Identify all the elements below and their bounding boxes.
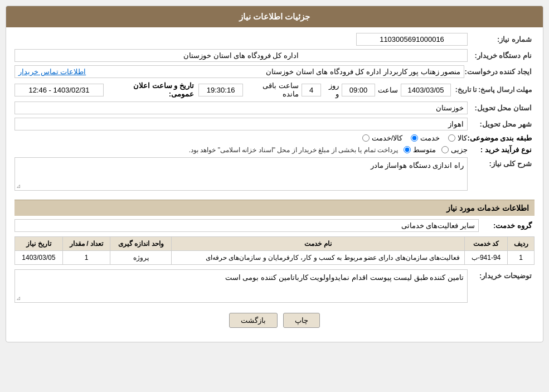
group-label: گروه خدمت: [479, 221, 535, 230]
novea-motevaset-label: متوسط [413, 146, 436, 154]
tabaqe-kala-radio[interactable] [448, 134, 455, 142]
tabaqe-label: طبقه بندی موضوعی: [467, 134, 535, 142]
contact-info-link[interactable]: اطلاعات تماس خریدار [18, 67, 86, 76]
novea-motevaset: متوسط [404, 146, 436, 154]
announce-label: تاریخ و ساعت اعلان عمومی: [108, 81, 194, 98]
mohlat-remaining-label: ساعت باقی مانده [246, 81, 299, 98]
tabaqe-khedmat-radio[interactable] [411, 134, 418, 142]
back-button[interactable]: بازگشت [229, 313, 278, 328]
tabaqe-options: کالا خدمت کالا/خدمت [362, 134, 468, 142]
shahr-label: شهر محل تحویل: [468, 120, 535, 128]
group-row: گروه خدمت: سایر فعالیت‌های خدماتی [14, 219, 535, 232]
sharh-box: راه اندازی دستگاه هواساز مادر ⊿ [14, 157, 468, 191]
ostan-row: استان محل تحویل: خوزستان [14, 101, 535, 114]
table-header-row: ردیف کد خدمت نام خدمت واحد اندازه گیری ت… [15, 237, 535, 251]
cell-date: 1403/03/05 [15, 251, 63, 265]
mohlat-date-value: 1403/03/05 [401, 84, 451, 96]
cell-unit: پروژه [110, 251, 172, 265]
tabaqe-kala: کالا [448, 134, 467, 142]
cell-code: 941-94-ب [465, 251, 508, 265]
ostan-value: خوزستان [14, 101, 468, 114]
mohlat-remaining-value: 19:30:16 [198, 84, 243, 96]
novea-motevaset-radio[interactable] [404, 146, 411, 153]
shomara-label: شماره نیاز: [468, 35, 535, 43]
content-area: شماره نیاز: 1103005691000016 نام دستگاه … [6, 27, 543, 342]
sharh-resize-icon: ⊿ [16, 183, 21, 189]
mohlat-announce-row: مهلت ارسال پاسخ: تا تاریخ: 1403/03/05 سا… [14, 81, 535, 98]
ijad-row: ایجاد کننده درخواست: منصور زهتاب پور کار… [14, 65, 535, 78]
sharh-section-header: شرح کلی نیاز: راه اندازی دستگاه هواساز م… [14, 157, 535, 195]
services-table: ردیف کد خدمت نام خدمت واحد اندازه گیری ت… [14, 236, 535, 265]
novea-label: نوع فرآیند خرید : [468, 146, 535, 154]
page-wrapper: جزئیات اطلاعات نیاز شماره نیاز: 11030056… [0, 0, 549, 392]
buyer-notes-box: تامین کننده طبق لیست پیوست اقدام نمایدوا… [14, 269, 468, 303]
ijad-value: منصور زهتاب پور کاربردار اداره کل فرودگا… [14, 65, 464, 78]
sharh-label: شرح کلی نیاز: [468, 157, 535, 168]
novea-jozii-label: جزیی [451, 146, 468, 154]
mohlat-day-label: روز و [324, 81, 339, 98]
buyer-notes-resize-icon: ⊿ [16, 295, 21, 301]
col-count: تعداد / مقدار [62, 237, 110, 251]
novea-note: پرداخت تمام یا بخشی از مبلغ خریدار از مح… [189, 146, 398, 154]
novea-jozii: جزیی [441, 146, 468, 154]
col-name: نام خدمت [172, 237, 465, 251]
main-container: جزئیات اطلاعات نیاز شماره نیاز: 11030056… [6, 6, 543, 342]
action-buttons: چاپ بازگشت [14, 307, 535, 336]
tabaqe-khedmat: خدمت [411, 134, 440, 142]
dastgah-value: اداره کل فرودگاه های استان خوزستان [14, 49, 468, 62]
sharh-value: راه اندازی دستگاه هواساز مادر [371, 161, 464, 170]
dastgah-label: نام دستگاه خریدار: [468, 51, 535, 60]
ostan-label: استان محل تحویل: [468, 104, 535, 112]
print-button[interactable]: چاپ [283, 313, 320, 328]
tabaqe-kala-khedmat: کالا/خدمت [362, 134, 403, 142]
tabaqe-kala-khedmat-label: کالا/خدمت [372, 134, 403, 142]
shahr-value: اهواز [14, 118, 468, 130]
col-code: کد خدمت [465, 237, 508, 251]
shomara-row: شماره نیاز: 1103005691000016 [14, 33, 535, 46]
cell-count: 1 [62, 251, 110, 265]
tabaqe-kala-khedmat-radio[interactable] [362, 134, 370, 142]
col-date: تاریخ نیاز [15, 237, 63, 251]
novea-options: جزیی متوسط پرداخت تمام یا بخشی از مبلغ خ… [14, 146, 468, 154]
mohlat-time-value: 09:00 [342, 84, 375, 96]
buyer-notes-value: تامین کننده طبق لیست پیوست اقدام نمایدوا… [225, 273, 464, 282]
service-section-header: اطلاعات خدمات مورد نیاز [14, 200, 535, 216]
mohlat-label: مهلت ارسال پاسخ: تا تاریخ: [451, 86, 535, 94]
group-value: سایر فعالیت‌های خدماتی [14, 219, 479, 232]
tabaqe-row: طبقه بندی موضوعی: کالا خدمت کالا/خدمت [14, 134, 535, 142]
mohlat-day-value: 4 [302, 84, 321, 96]
cell-radif: 1 [508, 251, 535, 265]
buyer-notes-row: توضیحات خریدار: تامین کننده طبق لیست پیو… [14, 269, 535, 303]
shomara-value: 1103005691000016 [356, 33, 468, 46]
buyer-notes-label: توضیحات خریدار: [468, 269, 535, 280]
tabaqe-khedmat-label: خدمت [420, 134, 440, 142]
page-title: جزئیات اطلاعات نیاز [239, 12, 310, 21]
col-radif: ردیف [508, 237, 535, 251]
mohlat-time-label: ساعت [378, 86, 398, 94]
novea-row: نوع فرآیند خرید : جزیی متوسط پرداخت تمام… [14, 146, 535, 154]
shahr-row: شهر محل تحویل: اهواز [14, 118, 535, 130]
ijad-label: ایجاد کننده درخواست: [464, 67, 535, 76]
table-row: 1 941-94-ب فعالیت‌های سازمان‌های دارای ع… [15, 251, 535, 265]
col-unit: واحد اندازه گیری [110, 237, 172, 251]
tabaqe-kala-label: کالا [458, 134, 467, 142]
announce-value: 1403/02/31 - 12:46 [14, 84, 104, 96]
cell-name: فعالیت‌های سازمان‌های دارای عضو مربوط به… [172, 251, 465, 265]
novea-jozii-radio[interactable] [441, 146, 449, 153]
ijad-text: منصور زهتاب پور کاربردار اداره کل فرودگا… [266, 67, 461, 76]
page-header: جزئیات اطلاعات نیاز [6, 6, 543, 27]
dastgah-row: نام دستگاه خریدار: اداره کل فرودگاه های … [14, 49, 535, 62]
